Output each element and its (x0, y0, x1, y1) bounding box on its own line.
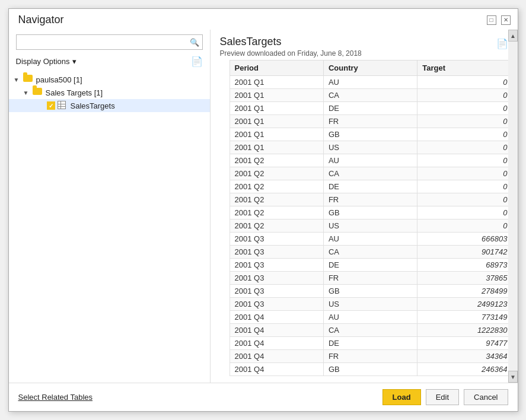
edit-button[interactable]: Edit (426, 389, 459, 405)
table-cell: 0 (417, 76, 512, 89)
table-row: 2001 Q4FR34364 (229, 350, 512, 363)
navigator-dialog: Navigator □ ✕ 🔍 Display Options ▾ 📄 (8, 8, 518, 412)
table-cell: US (323, 298, 417, 311)
table-cell: 0 (417, 167, 512, 180)
table-row: 2001 Q4DE97477 (229, 337, 512, 350)
table-row: 2001 Q2AU0 (229, 154, 512, 167)
table-cell: US (323, 141, 417, 154)
table-cell: CA (323, 246, 417, 259)
display-options-arrow: ▾ (72, 57, 76, 66)
col-period: Period (229, 61, 323, 76)
footer-left: Select Related Tables (18, 390, 93, 405)
tree-item-root[interactable]: ▼ paulsa500 [1] (9, 73, 210, 86)
table-cell: 278499 (417, 285, 512, 298)
search-input[interactable] (16, 34, 203, 50)
scrollbar-track (508, 60, 518, 371)
table-cell: 2499123 (417, 298, 512, 311)
table-cell: 2001 Q3 (229, 298, 323, 311)
scrollbar: ▲ ▼ (508, 60, 518, 383)
table-row: 2001 Q2DE0 (229, 180, 512, 193)
table-row: 2001 Q2US0 (229, 219, 512, 233)
footer-right: Load Edit Cancel (382, 389, 508, 405)
footer: Select Related Tables Load Edit Cancel (9, 383, 518, 411)
table-cell: 97477 (417, 337, 512, 350)
table-cell: 2001 Q1 (229, 115, 323, 128)
table-cell: FR (323, 350, 417, 363)
table-cell: 666803 (417, 233, 512, 246)
table-cell: 2001 Q1 (229, 128, 323, 141)
load-button[interactable]: Load (382, 389, 421, 405)
table-cell: FR (323, 115, 417, 128)
display-options-button[interactable]: Display Options ▾ (16, 57, 76, 66)
table-cell: 2001 Q3 (229, 259, 323, 272)
table-row: 2001 Q3AU666803 (229, 233, 512, 246)
checkbox-salestargettable[interactable] (47, 101, 55, 110)
preview-action-icon[interactable]: 📄 (496, 38, 508, 49)
table-container: Period Country Target 2001 Q1AU02001 Q1C… (229, 60, 513, 383)
table-cell: 2001 Q2 (229, 219, 323, 233)
tree-label-root: paulsa500 [1] (36, 75, 82, 84)
right-panel: SalesTargets Preview downloaded on Frida… (211, 30, 518, 383)
display-options-row: Display Options ▾ 📄 (9, 53, 210, 71)
table-cell: 773149 (417, 311, 512, 324)
select-related-button[interactable]: Select Related Tables (18, 390, 93, 405)
table-cell: 2001 Q1 (229, 76, 323, 89)
table-cell: 2001 Q4 (229, 337, 323, 350)
table-cell: US (323, 219, 417, 233)
col-target: Target (417, 61, 512, 76)
table-cell: 2001 Q4 (229, 350, 323, 363)
close-button[interactable]: ✕ (501, 15, 511, 25)
table-cell: 2001 Q4 (229, 324, 323, 337)
table-cell: 2001 Q1 (229, 102, 323, 115)
table-row: 2001 Q1US0 (229, 141, 512, 154)
display-options-label: Display Options (16, 57, 70, 66)
table-cell: 2001 Q3 (229, 272, 323, 285)
table-cell: 37865 (417, 272, 512, 285)
table-cell: 901742 (417, 246, 512, 259)
table-cell: 34364 (417, 350, 512, 363)
tree-toggle-sales: ▼ (23, 90, 33, 96)
table-cell: AU (323, 154, 417, 167)
table-cell: GB (323, 363, 417, 376)
table-cell: 0 (417, 219, 512, 233)
table-row: 2001 Q1DE0 (229, 102, 512, 115)
folder-icon-sales (33, 88, 43, 97)
left-panel: 🔍 Display Options ▾ 📄 ▼ paulsa500 [1] (9, 30, 211, 383)
table-cell: 2001 Q4 (229, 311, 323, 324)
tree-item-salestargettable[interactable]: SalesTargets (9, 99, 210, 112)
table-row: 2001 Q1AU0 (229, 76, 512, 89)
table-cell: 246364 (417, 363, 512, 376)
table-row: 2001 Q3US2499123 (229, 298, 512, 311)
table-header-row: Period Country Target (229, 61, 512, 76)
folder-icon-root (23, 75, 34, 84)
table-cell: 2001 Q3 (229, 233, 323, 246)
table-cell: 1222830 (417, 324, 512, 337)
table-cell: AU (323, 76, 417, 89)
table-row: 2001 Q1FR0 (229, 115, 512, 128)
cancel-button[interactable]: Cancel (464, 389, 508, 405)
table-row: 2001 Q3FR37865 (229, 272, 512, 285)
dialog-title: Navigator (18, 14, 64, 26)
table-cell: 0 (417, 89, 512, 102)
table-row: 2001 Q4AU773149 (229, 311, 512, 324)
table-cell: CA (323, 89, 417, 102)
table-cell: DE (323, 337, 417, 350)
search-bar: 🔍 (16, 34, 203, 50)
table-cell: 0 (417, 128, 512, 141)
tree-item-sales-targets[interactable]: ▼ Sales Targets [1] (9, 86, 210, 99)
table-cell: 2001 Q2 (229, 154, 323, 167)
data-table: Period Country Target 2001 Q1AU02001 Q1C… (229, 60, 513, 376)
table-cell: CA (323, 167, 417, 180)
table-row: 2001 Q3CA901742 (229, 246, 512, 259)
table-cell: 0 (417, 141, 512, 154)
preview-subtitle: Preview downloaded on Friday, June 8, 20… (220, 49, 362, 58)
preview-icon-left: 📄 (191, 56, 203, 67)
tree-label-salestargettable: SalesTargets (71, 101, 115, 110)
scrollbar-down-button[interactable]: ▼ (508, 371, 518, 383)
table-cell: 2001 Q2 (229, 180, 323, 193)
tree-area: ▼ paulsa500 [1] ▼ Sales Targets [1] (9, 71, 210, 383)
table-cell: 2001 Q2 (229, 167, 323, 180)
col-country: Country (323, 61, 417, 76)
table-row: 2001 Q4CA1222830 (229, 324, 512, 337)
restore-button[interactable]: □ (487, 15, 496, 25)
